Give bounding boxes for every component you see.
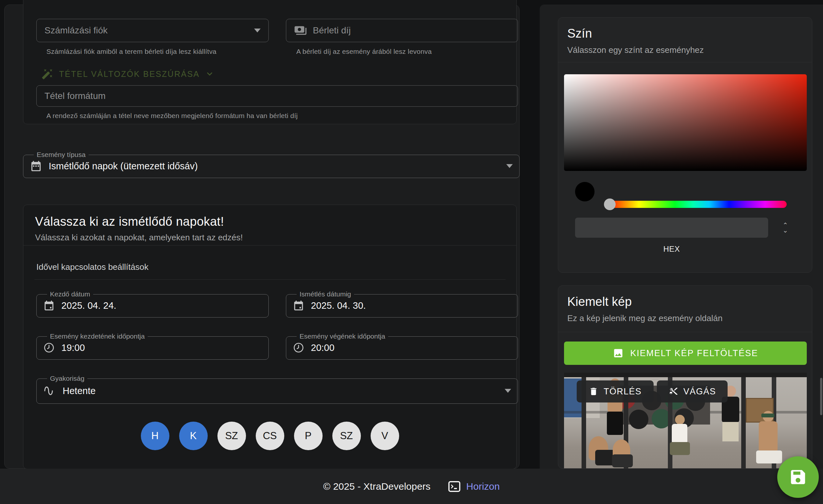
start-time-label: Esemény kezdetének időpontja: [47, 332, 148, 340]
divider: [34, 279, 506, 280]
billing-account-helper: Számlázási fiók amiből a terem bérleti d…: [46, 48, 216, 55]
item-format-input[interactable]: Tétel formátum: [36, 85, 518, 107]
chevron-down-icon: ⌄: [783, 228, 788, 233]
billing-section: Számlázási fiók Bérleti díj Számlázási f…: [23, 0, 517, 124]
footer: © 2025 - XtraDevelopers Horizon: [0, 469, 823, 504]
horizon-link[interactable]: Horizon: [466, 481, 500, 492]
event-form-card: Számlázási fiók Bérleti díj Számlázási f…: [4, 5, 520, 469]
save-icon: [789, 468, 807, 487]
day-circle-h[interactable]: H: [141, 422, 169, 450]
divider: [558, 332, 812, 332]
hex-format-label: HEX: [575, 245, 768, 254]
save-button[interactable]: [777, 456, 819, 498]
chevron-down-icon: [205, 70, 214, 78]
end-time-label: Esemény végének időpontja: [297, 332, 388, 340]
hue-slider[interactable]: [607, 201, 787, 208]
scissors-icon: [669, 387, 678, 396]
calendar-icon: [43, 300, 55, 311]
rent-fee-helper: A bérleti díj az esemény árából lesz lev…: [296, 48, 432, 55]
delete-image-label: TÖRLÉS: [604, 387, 642, 397]
dropdown-arrow-icon: [254, 29, 261, 32]
frequency-value: Hetente: [63, 386, 96, 396]
saturation-gradient[interactable]: [564, 74, 807, 171]
event-type-value: Ismétlődő napok (ütemezett idősáv): [49, 161, 198, 172]
upload-featured-image-button[interactable]: KIEMELT KÉP FELTÖLTÉSE: [564, 341, 807, 365]
selected-color-swatch: [575, 182, 595, 201]
featured-image-preview: TÖRLÉS VÁGÁS: [564, 372, 807, 469]
start-date-value: 2025. 04. 24.: [61, 300, 116, 311]
recurring-subtitle: Válassza ki azokat a napokat, amelyeken …: [35, 233, 505, 243]
rent-fee-input[interactable]: Bérleti díj: [286, 19, 518, 42]
featured-image-title: Kiemelt kép: [567, 295, 803, 309]
featured-image-subtitle: Ez a kép jelenik meg az esemény oldalán: [567, 313, 803, 323]
day-circle-sz[interactable]: SZ: [217, 422, 246, 450]
delete-image-button[interactable]: TÖRLÉS: [577, 381, 654, 403]
day-selector-row: HKSZCSPSZV: [23, 422, 516, 450]
magic-wand-icon: [41, 68, 53, 80]
insert-item-variables-label: TÉTEL VÁLTOZÓK BESZÚRÁSA: [59, 69, 200, 79]
crop-image-button[interactable]: VÁGÁS: [657, 381, 727, 403]
hue-slider-handle[interactable]: [604, 199, 616, 210]
repeat-until-field[interactable]: Ismétlés dátumig 2025. 04. 30.: [286, 290, 518, 317]
billing-account-placeholder: Számlázási fiók: [44, 25, 108, 36]
calendar-icon: [293, 300, 304, 311]
start-time-field[interactable]: Esemény kezdetének időpontja 19:00: [36, 332, 269, 360]
color-card-subtitle: Válasszon egy színt az eseményhez: [567, 45, 803, 55]
dropdown-arrow-icon: [505, 389, 511, 393]
trash-icon: [589, 387, 599, 396]
item-format-placeholder: Tétel formátum: [44, 91, 106, 101]
terminal-icon: [448, 480, 461, 493]
image-icon: [613, 348, 624, 359]
end-time-field[interactable]: Esemény végének időpontja 20:00: [286, 332, 518, 360]
day-circle-p[interactable]: P: [294, 422, 323, 450]
payments-icon: [294, 24, 307, 37]
dropdown-arrow-icon: [506, 164, 513, 168]
item-format-helper: A rendező számláján a tétel neve mezőben…: [46, 112, 298, 120]
frequency-label: Gyakoriság: [47, 374, 87, 383]
crop-image-label: VÁGÁS: [683, 387, 716, 397]
clock-icon: [293, 342, 304, 353]
day-circle-v[interactable]: V: [371, 422, 399, 450]
start-date-label: Kezdő dátum: [47, 290, 93, 298]
upload-featured-image-label: KIEMELT KÉP FELTÖLTÉSE: [630, 348, 758, 358]
color-card-title: Szín: [567, 27, 803, 40]
frequency-select[interactable]: Gyakoriság Hetente: [36, 374, 518, 404]
sine-wave-icon: [43, 384, 56, 397]
side-panel: Szín Válasszon egy színt az eseményhez ⌃…: [540, 5, 823, 469]
day-circle-cs[interactable]: CS: [256, 422, 284, 450]
featured-image-card: Kiemelt kép Ez a kép jelenik meg az esem…: [558, 285, 812, 469]
color-picker-card: Szín Válasszon egy színt az eseményhez ⌃…: [558, 17, 812, 273]
event-type-select[interactable]: Esemény típusa Ismétlődő napok (ütemezet…: [23, 151, 520, 178]
end-time-value: 20:00: [311, 342, 335, 353]
day-circle-sz[interactable]: SZ: [332, 422, 361, 450]
divider: [23, 245, 516, 246]
hex-input[interactable]: [575, 218, 768, 238]
billing-account-select[interactable]: Számlázási fiók: [36, 19, 269, 42]
scrollbar-thumb[interactable]: [820, 378, 822, 415]
clock-icon: [43, 342, 55, 353]
recurring-days-section: Válassza ki az ismétlődő napokat! Válass…: [23, 205, 517, 469]
insert-item-variables-button[interactable]: TÉTEL VÁLTOZÓK BESZÚRÁSA: [41, 68, 214, 80]
format-spinner[interactable]: ⌃ ⌄: [779, 217, 792, 238]
rent-fee-placeholder: Bérleti díj: [313, 25, 351, 36]
recurring-title: Válassza ki az ismétlődő napokat!: [35, 215, 505, 229]
day-circle-k[interactable]: K: [179, 422, 208, 450]
repeat-until-label: Ismétlés dátumig: [297, 290, 354, 298]
divider: [558, 62, 812, 62]
start-time-value: 19:00: [61, 342, 85, 353]
start-date-field[interactable]: Kezdő dátum 2025. 04. 24.: [36, 290, 269, 317]
calendar-month-icon: [30, 160, 42, 172]
event-type-label: Esemény típusa: [34, 151, 89, 159]
time-settings-label: Idővel kapcsolatos beállítások: [36, 262, 148, 272]
copyright-text: © 2025 - XtraDevelopers: [323, 481, 431, 492]
repeat-until-value: 2025. 04. 30.: [311, 300, 366, 311]
